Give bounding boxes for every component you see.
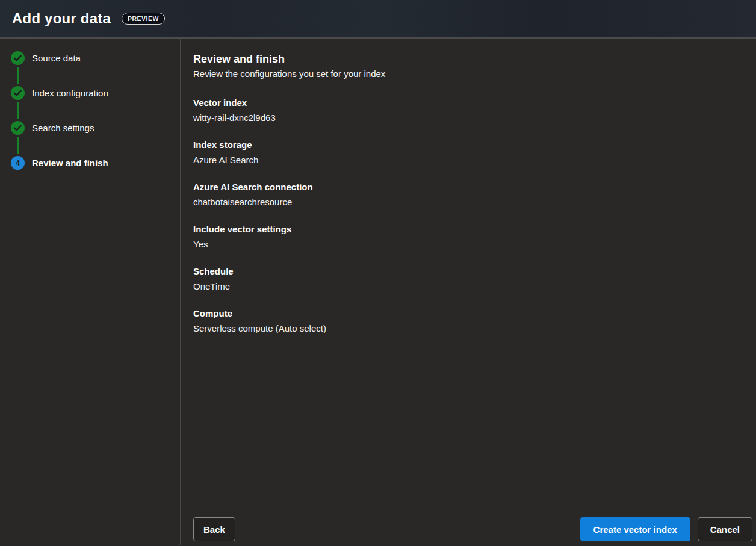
check-icon	[11, 51, 25, 65]
step-connector	[17, 102, 19, 119]
section-title: Review and finish	[193, 51, 742, 67]
check-icon	[11, 121, 25, 135]
field-label: Vector index	[193, 95, 742, 110]
field-value: chatbotaisearchresource	[193, 194, 742, 209]
step-search-settings[interactable]: Search settings	[11, 121, 180, 135]
preview-badge: PREVIEW	[122, 13, 165, 25]
step-label: Review and finish	[32, 158, 108, 168]
field-value: Serverless compute (Auto select)	[193, 321, 742, 336]
step-review-and-finish[interactable]: 4 Review and finish	[11, 156, 180, 170]
wizard-footer: Back Create vector index Cancel	[193, 517, 752, 541]
field-compute: Compute Serverless compute (Auto select)	[193, 306, 742, 336]
review-fields: Vector index witty-rail-dxnc2l9d63 Index…	[193, 95, 742, 348]
field-label: Schedule	[193, 264, 742, 279]
wizard-steps-sidebar: Source data Index configuration Search s…	[0, 39, 181, 545]
field-label: Include vector settings	[193, 222, 742, 237]
wizard-header: Add your data PREVIEW	[0, 0, 756, 39]
cancel-button[interactable]: Cancel	[698, 517, 752, 541]
field-index-storage: Index storage Azure AI Search	[193, 137, 742, 167]
step-label: Source data	[32, 53, 81, 63]
step-source-data[interactable]: Source data	[11, 51, 180, 65]
step-index-configuration[interactable]: Index configuration	[11, 86, 180, 100]
step-label: Index configuration	[32, 88, 108, 98]
field-value: OneTime	[193, 279, 742, 294]
step-connector	[17, 67, 19, 84]
field-label: Compute	[193, 306, 742, 321]
field-label: Index storage	[193, 137, 742, 152]
field-value: Yes	[193, 237, 742, 252]
back-button[interactable]: Back	[193, 517, 235, 541]
field-label: Azure AI Search connection	[193, 179, 742, 194]
field-value: Azure AI Search	[193, 152, 742, 167]
field-vector-index: Vector index witty-rail-dxnc2l9d63	[193, 95, 742, 125]
field-include-vector-settings: Include vector settings Yes	[193, 222, 742, 252]
create-vector-index-button[interactable]: Create vector index	[580, 517, 690, 541]
page-title: Add your data	[12, 10, 111, 27]
section-subtitle: Review the configurations you set for yo…	[193, 67, 742, 81]
field-schedule: Schedule OneTime	[193, 264, 742, 294]
check-icon	[11, 86, 25, 100]
step-connector	[17, 137, 19, 154]
step-label: Search settings	[32, 123, 94, 133]
field-azure-ai-search-connection: Azure AI Search connection chatbotaisear…	[193, 179, 742, 209]
field-value: witty-rail-dxnc2l9d63	[193, 110, 742, 125]
step-number-badge: 4	[11, 156, 25, 170]
review-panel: Review and finish Review the configurati…	[181, 39, 756, 545]
